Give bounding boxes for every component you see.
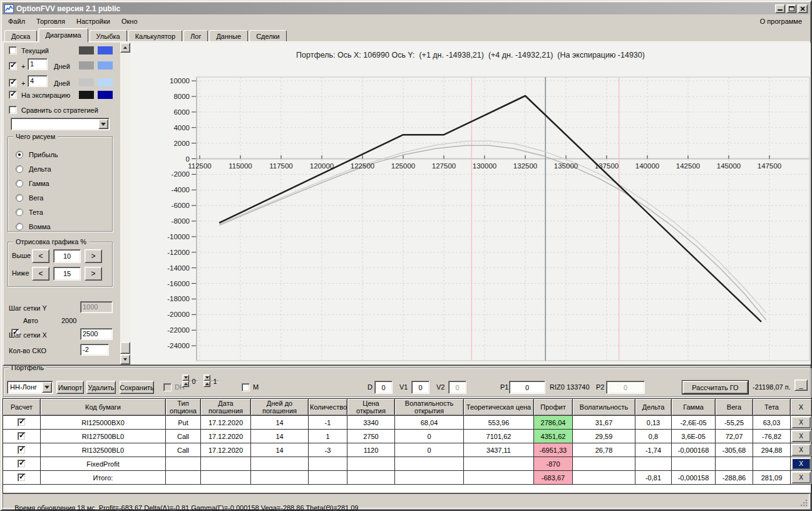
maximize-icon[interactable] bbox=[786, 4, 796, 13]
below-value-field[interactable]: 15 bbox=[53, 267, 81, 281]
portfolio-preset-select[interactable]: НН-Лонг bbox=[7, 381, 53, 394]
remove-row-button[interactable]: X bbox=[791, 444, 811, 456]
above-value-field[interactable]: 10 bbox=[53, 249, 81, 263]
grid-step-x-field[interactable]: 2500 bbox=[80, 328, 113, 340]
below-increase-button[interactable]: > bbox=[85, 267, 102, 281]
radio-option-Вомма[interactable]: Вомма bbox=[16, 219, 58, 234]
above-decrease-button[interactable]: < bbox=[32, 249, 49, 263]
delete-button[interactable]: Удалить bbox=[86, 381, 116, 394]
spinner-up-icon[interactable] bbox=[182, 381, 189, 387]
cell: -305,68 bbox=[716, 443, 753, 457]
resize-grip-icon[interactable] bbox=[800, 499, 808, 507]
below-decrease-button[interactable]: < bbox=[32, 267, 49, 281]
m-checkbox[interactable] bbox=[242, 383, 250, 391]
tab-Данные[interactable]: Данные bbox=[209, 30, 248, 43]
cell: -1,74 bbox=[635, 443, 672, 457]
remove-row-button[interactable]: X bbox=[791, 458, 811, 470]
titlebar[interactable]: OptionFVV версия 2.1 public ✕ bbox=[3, 3, 809, 14]
remove-row-button[interactable]: X bbox=[791, 430, 811, 442]
spinner-up-icon[interactable] bbox=[203, 381, 210, 387]
radio-label: Вега bbox=[29, 194, 43, 202]
close-icon[interactable]: ✕ bbox=[798, 4, 808, 13]
overlay-checkbox-3[interactable] bbox=[9, 91, 17, 99]
radio-option-Дельта[interactable]: Дельта bbox=[16, 162, 58, 176]
collapse-button[interactable]: _ bbox=[794, 379, 808, 391]
v1-field[interactable]: 0 bbox=[411, 381, 429, 394]
chevron-down-icon[interactable] bbox=[42, 382, 52, 393]
tab-Лог[interactable]: Лог bbox=[183, 30, 208, 43]
calc-go-button[interactable]: Рассчитать ГО bbox=[682, 381, 748, 394]
overlay-color-swatch bbox=[79, 91, 94, 99]
cell: -3 bbox=[309, 443, 347, 457]
p1-field[interactable]: 0 bbox=[509, 381, 545, 394]
overlay-checkbox-0[interactable] bbox=[9, 46, 17, 54]
y-tick-label: -18000 bbox=[167, 295, 190, 302]
sko-count-field[interactable]: -2 bbox=[80, 344, 109, 356]
y-tick-label: -16000 bbox=[167, 280, 190, 287]
tab-Калькулятор[interactable]: Калькулятор bbox=[128, 30, 182, 43]
cell bbox=[464, 471, 534, 485]
overlay-checkbox-4[interactable] bbox=[9, 106, 17, 114]
d-field[interactable]: 0 bbox=[374, 381, 393, 394]
spinner-value[interactable]: 1 bbox=[210, 381, 220, 382]
remove-row-button[interactable]: X bbox=[791, 416, 811, 428]
menu-item-Окно[interactable]: Окно bbox=[116, 16, 143, 27]
dh-checkbox[interactable] bbox=[163, 383, 172, 391]
save-button[interactable]: Сохранить bbox=[120, 381, 154, 394]
above-label: Выше bbox=[12, 252, 31, 259]
strategy-select[interactable] bbox=[11, 118, 110, 130]
scroll-up-icon[interactable] bbox=[120, 43, 130, 53]
tab-Диаграмма[interactable]: Диаграмма bbox=[38, 28, 88, 43]
tab-Сделки[interactable]: Сделки bbox=[249, 30, 287, 43]
y-tick-label: 10000 bbox=[170, 77, 190, 85]
tab-Доска[interactable]: Доска bbox=[4, 30, 37, 43]
remove-row-button[interactable]: X bbox=[791, 472, 811, 483]
above-increase-button[interactable]: > bbox=[85, 249, 102, 263]
grid-step-x-label: Шаг сетки X bbox=[9, 331, 47, 339]
cell: -55,25 bbox=[716, 416, 753, 430]
row-calc-cell bbox=[3, 457, 41, 471]
instrument-label: RIZ0 133740 bbox=[550, 383, 590, 391]
diagram-tab-page: Чего рисуем ПрибыльДельтаГаммаВегаТетаВо… bbox=[3, 41, 811, 366]
panel-scrollbar[interactable] bbox=[120, 43, 130, 364]
tab-Улыбка[interactable]: Улыбка bbox=[90, 30, 127, 43]
row-calc-checkbox[interactable] bbox=[18, 473, 26, 482]
row-remove-cell: X bbox=[791, 457, 812, 471]
cell bbox=[573, 457, 635, 471]
minimize-icon[interactable] bbox=[775, 4, 785, 13]
cell: 3,6E-05 bbox=[672, 430, 716, 443]
scrollbar-thumb[interactable] bbox=[120, 342, 130, 354]
menu-item-Файл[interactable]: Файл bbox=[3, 16, 31, 27]
overlay-color-swatch bbox=[79, 61, 94, 70]
row-calc-checkbox[interactable] bbox=[18, 460, 26, 468]
cell: -870 bbox=[534, 457, 573, 471]
menu-item-Настройки[interactable]: Настройки bbox=[71, 16, 116, 27]
menu-item-about[interactable]: О программе bbox=[753, 16, 809, 27]
cell: 17.12.2020 bbox=[201, 416, 251, 430]
v2-label: V2 bbox=[436, 383, 445, 391]
spinner-down-icon[interactable] bbox=[182, 374, 189, 381]
overlay-days-field-2[interactable]: 4 bbox=[28, 75, 48, 87]
cell: Итого: bbox=[41, 471, 166, 485]
chevron-down-icon[interactable] bbox=[98, 119, 108, 129]
cell: 553,96 bbox=[464, 416, 534, 430]
radio-option-Гамма[interactable]: Гамма bbox=[16, 176, 58, 190]
scroll-down-icon[interactable] bbox=[120, 354, 130, 364]
p2-label: P2 bbox=[596, 383, 604, 391]
overlay-checkbox-1[interactable] bbox=[9, 62, 17, 70]
menu-item-Торговля[interactable]: Торговля bbox=[31, 16, 71, 27]
row-calc-checkbox[interactable] bbox=[18, 418, 26, 426]
cell bbox=[464, 457, 534, 471]
cell: -288,86 bbox=[716, 471, 753, 485]
row-calc-checkbox[interactable] bbox=[18, 446, 26, 454]
import-button[interactable]: Импорт bbox=[56, 381, 84, 394]
cell bbox=[347, 457, 395, 471]
row-calc-checkbox[interactable] bbox=[18, 432, 26, 440]
radio-option-Тета[interactable]: Тета bbox=[16, 205, 58, 219]
spinner-down-icon[interactable] bbox=[203, 374, 210, 381]
overlay-checkbox-2[interactable] bbox=[9, 79, 17, 87]
spinner-value[interactable]: 0 bbox=[189, 381, 198, 382]
overlay-days-field-1[interactable]: 1 bbox=[28, 58, 48, 70]
radio-option-Вега[interactable]: Вега bbox=[16, 190, 58, 205]
radio-option-Прибыль[interactable]: Прибыль bbox=[16, 147, 58, 162]
